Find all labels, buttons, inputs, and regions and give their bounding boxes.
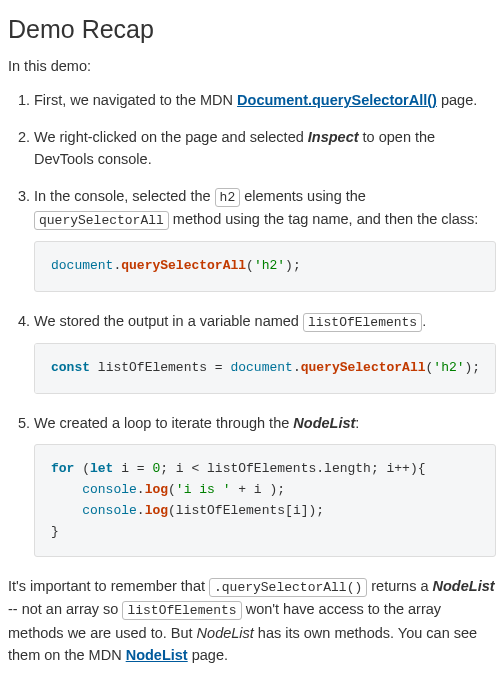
code2-sp1 xyxy=(90,360,98,375)
code1-open: ( xyxy=(246,258,254,273)
inline-code-qsa2: .querySelectorAll() xyxy=(209,578,367,597)
c3-l1c: ; i < listOfElements.length; i++){ xyxy=(160,461,425,476)
intro-text: In this demo: xyxy=(8,55,496,77)
nodelist-em2: NodeList xyxy=(197,625,254,641)
step-5-text-a: We created a loop to iterate through the xyxy=(34,415,293,431)
step-5-text-b: : xyxy=(355,415,359,431)
c3-l2-log: log xyxy=(145,482,168,497)
steps-list: First, we navigated to the MDN Document.… xyxy=(8,89,496,557)
c3-l3-log: log xyxy=(145,503,168,518)
link-nodelist[interactable]: NodeList xyxy=(126,647,188,663)
c3-for: for xyxy=(51,461,74,476)
step-4-text-a: We stored the output in a variable named xyxy=(34,313,303,329)
code2-method: querySelectorAll xyxy=(301,360,426,375)
c3-l1a: ( xyxy=(74,461,90,476)
step-3-text-a: In the console, selected the xyxy=(34,188,215,204)
code2-eq: = xyxy=(207,360,230,375)
code-block-2: const listOfElements = document.querySel… xyxy=(34,343,496,394)
code1-str: 'h2' xyxy=(254,258,285,273)
step-1: First, we navigated to the MDN Document.… xyxy=(34,89,496,111)
c3-l3-close: ); xyxy=(308,503,324,518)
c3-l3pad xyxy=(51,503,82,518)
step-5: We created a loop to iterate through the… xyxy=(34,412,496,558)
inline-code-h2: h2 xyxy=(215,188,241,207)
code1-close: ); xyxy=(285,258,301,273)
step-1-text-a: First, we navigated to the MDN xyxy=(34,92,237,108)
nodelist-em1: NodeList xyxy=(433,578,495,594)
c3-l3-arg: listOfElements[i] xyxy=(176,503,309,518)
code2-dot: . xyxy=(293,360,301,375)
step-4-text-b: . xyxy=(422,313,426,329)
c3-l2pad xyxy=(51,482,82,497)
inspect-emphasis: Inspect xyxy=(308,129,359,145)
code1-doc: document xyxy=(51,258,113,273)
code-block-1: document.querySelectorAll('h2'); xyxy=(34,241,496,292)
step-3: In the console, selected the h2 elements… xyxy=(34,185,496,292)
step-1-text-b: page. xyxy=(437,92,477,108)
closing-a: It's important to remember that xyxy=(8,578,209,594)
code-block-3: for (let i = 0; i < listOfElements.lengt… xyxy=(34,444,496,557)
c3-l3-dot: . xyxy=(137,503,145,518)
code2-doc: document xyxy=(230,360,292,375)
page-title: Demo Recap xyxy=(8,10,496,49)
code2-ident: listOfElements xyxy=(98,360,207,375)
closing-b: returns a xyxy=(367,578,432,594)
inline-code-listOfElements2: listOfElements xyxy=(122,601,241,620)
code2-str: 'h2' xyxy=(433,360,464,375)
c3-l4: } xyxy=(51,524,59,539)
step-3-text-b: elements using the xyxy=(240,188,366,204)
c3-l1b: i = xyxy=(113,461,152,476)
c3-l2-rest: + i ); xyxy=(230,482,285,497)
c3-l2-str: 'i is ' xyxy=(176,482,231,497)
c3-l2-dot: . xyxy=(137,482,145,497)
inline-code-qsa: querySelectorAll xyxy=(34,211,169,230)
step-2-text-a: We right-clicked on the page and selecte… xyxy=(34,129,308,145)
code1-method: querySelectorAll xyxy=(121,258,246,273)
link-querySelectorAll[interactable]: Document.querySelectorAll() xyxy=(237,92,437,108)
c3-let: let xyxy=(90,461,113,476)
nodelist-emphasis: NodeList xyxy=(293,415,355,431)
step-4: We stored the output in a variable named… xyxy=(34,310,496,394)
step-3-text-c: method using the tag name, and then the … xyxy=(169,211,479,227)
step-2: We right-clicked on the page and selecte… xyxy=(34,126,496,171)
c3-l2-console: console xyxy=(82,482,137,497)
code2-close: ); xyxy=(465,360,481,375)
code2-const: const xyxy=(51,360,90,375)
closing-f: page. xyxy=(188,647,228,663)
c3-l3-console: console xyxy=(82,503,137,518)
inline-code-listOfElements: listOfElements xyxy=(303,313,422,332)
c3-l2-open: ( xyxy=(168,482,176,497)
c3-l3-open: ( xyxy=(168,503,176,518)
closing-paragraph: It's important to remember that .querySe… xyxy=(8,575,496,666)
closing-c: -- not an array so xyxy=(8,601,122,617)
